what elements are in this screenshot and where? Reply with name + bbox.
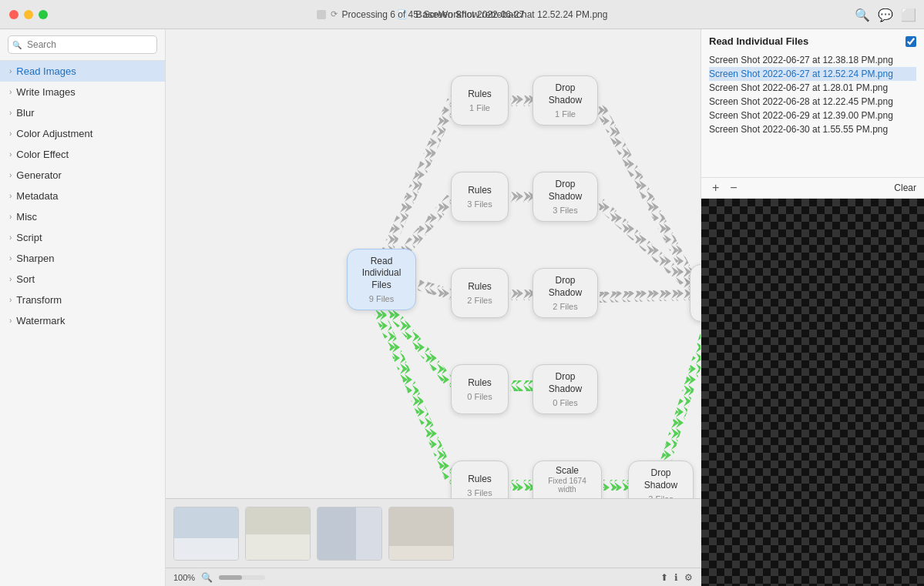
svg-line-4: [381, 101, 452, 264]
sidebar-label: Watermark: [16, 315, 65, 326]
node-rules-1-count: 1 File: [469, 103, 490, 112]
search-toolbar-button[interactable]: 🔍: [855, 8, 869, 22]
node-rules-2[interactable]: Rules 3 Files: [451, 172, 509, 222]
node-drop-shadow-5[interactable]: Drop Shadow 3 Files: [628, 460, 694, 498]
node-rules-4[interactable]: Rules 0 Files: [451, 364, 509, 414]
minimize-button[interactable]: [24, 10, 33, 19]
settings-status-button[interactable]: ⚙: [684, 572, 693, 583]
thumbnail-1[interactable]: [173, 507, 239, 561]
node-scale-title: Scale: [556, 465, 579, 477]
node-rules-5-title: Rules: [468, 474, 492, 486]
chevron-icon: ›: [9, 233, 12, 242]
file-list-item[interactable]: Screen Shot 2022-06-27 at 12.38.18 PM.pn…: [709, 53, 916, 67]
sidebar-item-metadata[interactable]: ›Metadata: [0, 186, 165, 206]
search-input[interactable]: [8, 35, 157, 54]
node-read-individual-title: Read Individual Files: [355, 256, 408, 292]
node-drop-shadow-4[interactable]: Drop Shadow 0 Files: [533, 364, 598, 414]
file-list-item[interactable]: Screen Shot 2022-06-30 at 1.55.55 PM.png: [709, 122, 916, 136]
node-read-individual-files[interactable]: Read Individual Files 9 Files: [347, 249, 416, 310]
processing-doc-icon: [317, 10, 326, 19]
sidebar-item-script[interactable]: ›Script: [0, 227, 165, 248]
node-dropshadow-1-title: Drop Shadow: [541, 82, 590, 106]
info-button[interactable]: ℹ: [674, 572, 678, 583]
sidebar-item-watermark[interactable]: ›Watermark: [0, 310, 165, 331]
node-dropshadow-4-title: Drop Shadow: [541, 371, 590, 395]
thumbnail-3[interactable]: [317, 507, 382, 561]
chevron-icon: ›: [9, 254, 12, 263]
node-dropshadow-2-count: 3 Files: [553, 206, 577, 215]
node-rules-5[interactable]: Rules 3 Files: [451, 460, 509, 498]
sidebar-item-read-images[interactable]: ›Read Images: [0, 61, 165, 82]
node-rules-3-title: Rules: [468, 281, 492, 293]
sidebar-item-misc[interactable]: ›Misc: [0, 206, 165, 227]
node-dropshadow-4-count: 0 Files: [553, 398, 577, 407]
sidebar-label: Color Effect: [16, 149, 69, 160]
chevron-icon: ›: [9, 129, 12, 138]
share-button-status[interactable]: ⬆: [660, 572, 668, 583]
thumbnail-strip: [166, 498, 701, 568]
sidebar-item-blur[interactable]: ›Blur: [0, 102, 165, 123]
chevron-icon: ›: [9, 109, 12, 117]
sidebar-label: Blur: [16, 107, 34, 119]
connector-svg: [166, 29, 701, 498]
sidebar: ›Read Images›Write Images›Blur›Color Adj…: [0, 29, 166, 586]
thumbnail-4[interactable]: [388, 507, 454, 561]
workflow-canvas-area[interactable]: Read Individual Files 9 Files Rules 1 Fi…: [166, 29, 701, 498]
sidebar-label: Misc: [16, 211, 37, 223]
add-file-button[interactable]: +: [709, 181, 722, 195]
panel-checkbox[interactable]: [906, 36, 916, 47]
file-list: Screen Shot 2022-06-27 at 12.38.18 PM.pn…: [701, 53, 924, 177]
svg-line-8: [375, 303, 452, 484]
file-list-item[interactable]: Screen Shot 2022-06-28 at 12.22.45 PM.pn…: [709, 95, 916, 109]
node-drop-shadow-1[interactable]: Drop Shadow 1 File: [533, 75, 598, 126]
sidebar-item-color-adjustment[interactable]: ›Color Adjustment: [0, 123, 165, 144]
chevron-icon: ›: [9, 171, 12, 179]
node-adjust-margins[interactable]: Adjust Margins 9 Files: [690, 264, 701, 322]
zoom-slider[interactable]: [219, 575, 265, 580]
chevron-icon: ›: [9, 67, 12, 75]
node-rules-2-title: Rules: [468, 185, 492, 197]
chevron-icon: ›: [9, 88, 12, 96]
node-adjust-margins-title: Adjust Margins: [698, 275, 701, 299]
clear-button[interactable]: Clear: [894, 182, 916, 193]
node-scale[interactable]: Scale Fixed 1674 width 3 Files: [533, 460, 602, 498]
node-rules-5-count: 3 Files: [467, 488, 492, 497]
thumbnail-2[interactable]: [245, 507, 311, 561]
node-rules-4-count: 0 Files: [467, 392, 492, 401]
file-list-item[interactable]: Screen Shot 2022-06-29 at 12.39.00 PM.pn…: [709, 109, 916, 122]
processing-status: Processing 6 of 45: Screen Shot 2022-06-…: [342, 9, 608, 20]
sidebar-item-color-effect[interactable]: ›Color Effect: [0, 144, 165, 165]
sidebar-item-sort[interactable]: ›Sort: [0, 269, 165, 290]
node-drop-shadow-2[interactable]: Drop Shadow 3 Files: [533, 172, 598, 222]
remove-file-button[interactable]: −: [727, 181, 740, 195]
node-drop-shadow-3[interactable]: Drop Shadow 2 Files: [533, 268, 598, 318]
sidebar-label: Sharpen: [16, 253, 54, 264]
file-list-item[interactable]: Screen Shot 2022-06-27 at 12.52.24 PM.pn…: [709, 67, 916, 81]
status-bar: 100% 🔍 ⬆ ℹ ⚙: [166, 568, 701, 586]
sidebar-item-transform[interactable]: ›Transform: [0, 290, 165, 310]
sidebar-item-sharpen[interactable]: ›Sharpen: [0, 248, 165, 269]
panel-title: Read Individual Files: [709, 35, 901, 47]
file-list-item[interactable]: Screen Shot 2022-06-27 at 1.28.01 PM.png: [709, 81, 916, 95]
node-dropshadow-1-count: 1 File: [555, 109, 576, 119]
node-dropshadow-3-title: Drop Shadow: [541, 275, 590, 299]
chevron-icon: ›: [9, 275, 12, 283]
maximize-button[interactable]: [39, 10, 48, 19]
node-rules-1[interactable]: Rules 1 File: [451, 75, 509, 126]
node-rules-4-title: Rules: [468, 377, 492, 390]
node-dropshadow-5-count: 3 Files: [648, 494, 673, 498]
panel-header: Read Individual Files: [701, 29, 924, 53]
zoom-level: 100%: [173, 573, 195, 582]
close-button[interactable]: [9, 10, 18, 19]
node-rules-3[interactable]: Rules 2 Files: [451, 268, 509, 318]
sidebar-label: Sort: [16, 273, 35, 285]
svg-line-17: [600, 295, 691, 297]
share-button[interactable]: 💬: [878, 8, 892, 22]
checkerboard-background: [701, 199, 924, 586]
sidebar-item-generator[interactable]: ›Generator: [0, 165, 165, 186]
sidebar-list: ›Read Images›Write Images›Blur›Color Adj…: [0, 61, 165, 586]
sidebar-item-write-images[interactable]: ›Write Images: [0, 82, 165, 102]
sidebar-toggle-button[interactable]: ⬜: [901, 8, 915, 22]
node-dropshadow-5-title: Drop Shadow: [637, 467, 685, 491]
main-layout: ›Read Images›Write Images›Blur›Color Adj…: [0, 29, 924, 586]
